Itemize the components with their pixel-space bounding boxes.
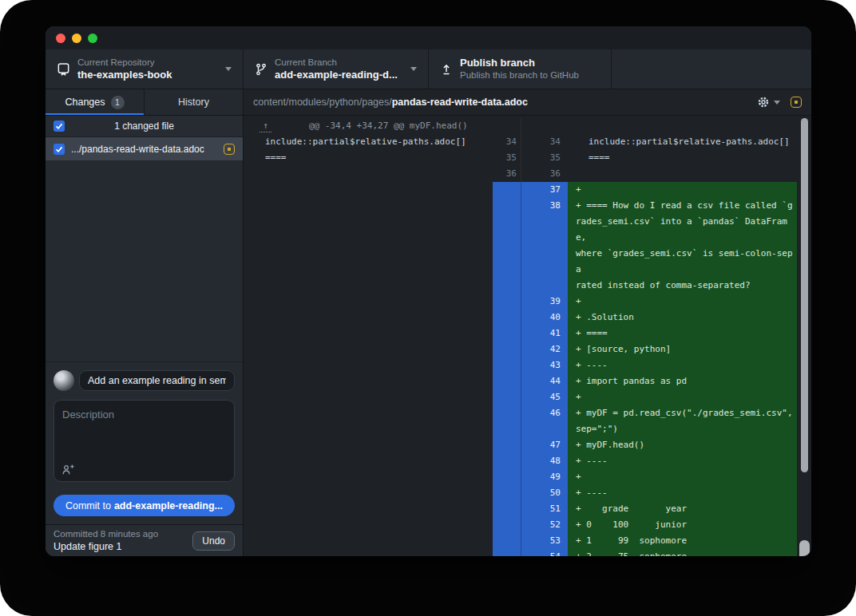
- diff-hunk-header-row: ↑@@ -34,4 +34,27 @@ myDF.head(): [244, 118, 797, 134]
- changed-file-name: .../pandas-read-write-data.adoc: [71, 144, 217, 155]
- old-line-number: [493, 469, 521, 485]
- current-repository-button[interactable]: Current Repository the-examples-book: [46, 49, 244, 89]
- committed-time-text: Committed 8 minutes ago: [54, 528, 158, 540]
- new-line-number: 41: [521, 326, 568, 342]
- new-line-number: 36: [521, 166, 568, 182]
- diff-row-52[interactable]: 52+ 0 100 junior: [244, 517, 797, 533]
- current-branch-button[interactable]: Current Branch add-example-reading-d...: [244, 49, 429, 89]
- changed-file-row[interactable]: .../pandas-read-write-data.adoc: [46, 137, 243, 160]
- diff-row-51[interactable]: 51+ grade year: [244, 501, 797, 517]
- diff-pane: content/modules/python/pages/pandas-read…: [244, 89, 811, 556]
- diff-row-53[interactable]: 53+ 1 99 sophomore: [244, 533, 797, 549]
- diff-row-40[interactable]: 40+ .Solution: [244, 310, 797, 326]
- toolbar: Current Repository the-examples-book Cur…: [46, 49, 811, 89]
- diff-row-44[interactable]: 44+ import pandas as pd: [244, 373, 797, 389]
- description-placeholder: Description: [62, 409, 114, 421]
- close-window-button[interactable]: [56, 34, 65, 43]
- chevron-down-icon: [774, 101, 780, 105]
- new-line-number: 44: [521, 373, 568, 389]
- diff-row-34: include::partial$relative-paths.adoc[]34…: [244, 134, 797, 150]
- new-line-number: 53: [521, 533, 568, 549]
- old-line-number: [493, 549, 521, 556]
- new-line-number: 43: [521, 357, 568, 373]
- branch-icon: [255, 63, 268, 76]
- diff-options-button[interactable]: [757, 96, 780, 109]
- old-line-number: [493, 501, 521, 517]
- publish-branch-subtitle: Publish this branch to GitHub: [460, 69, 579, 81]
- publish-branch-button[interactable]: Publish branch Publish this branch to Gi…: [429, 49, 612, 89]
- new-line-number: 51: [521, 501, 568, 517]
- changes-sidebar: Changes 1 History 1 changed file: [46, 89, 244, 556]
- branch-name: add-example-reading-d...: [275, 69, 398, 81]
- file-checkbox[interactable]: [54, 144, 65, 155]
- zoom-window-button[interactable]: [88, 34, 97, 43]
- diff-row-54[interactable]: 54+ 2 75 sophomore: [244, 549, 797, 556]
- diff-scrollbar-thumb[interactable]: [801, 118, 808, 472]
- old-line-number: [493, 453, 521, 469]
- diff-row-47[interactable]: 47+ myDF.head(): [244, 437, 797, 453]
- commit-summary-input[interactable]: [79, 370, 235, 391]
- diff-row-43[interactable]: 43+ ----: [244, 357, 797, 373]
- old-line-number: 36: [493, 166, 521, 182]
- new-line-number: 47: [521, 437, 568, 453]
- diff-scrollbar-corner: [799, 540, 810, 556]
- diff-row-38[interactable]: 38+ ==== How do I read a csv file called…: [244, 198, 797, 294]
- new-line-number: 40: [521, 310, 568, 326]
- user-avatar: [54, 370, 74, 391]
- select-all-checkbox[interactable]: [54, 120, 65, 132]
- diff-row-45[interactable]: 45+: [244, 389, 797, 405]
- desktop-background: Current Repository the-examples-book Cur…: [0, 0, 856, 616]
- new-line-number: 38: [521, 198, 568, 294]
- diff-body: ↑@@ -34,4 +34,27 @@ myDF.head()include::…: [244, 116, 811, 556]
- sidebar-empty-area: [46, 160, 243, 361]
- new-line-number: 39: [521, 294, 568, 310]
- old-line-number: 35: [493, 150, 521, 166]
- diff-row-49[interactable]: 49+: [244, 469, 797, 485]
- diff-row-42[interactable]: 42+ [source, python]: [244, 342, 797, 357]
- old-line-number: [493, 118, 521, 134]
- commit-button[interactable]: Commit to add-example-reading...: [54, 495, 235, 516]
- modified-file-icon: [224, 144, 235, 155]
- repository-icon: [57, 62, 70, 76]
- tab-changes[interactable]: Changes 1: [46, 89, 145, 115]
- changes-count-badge: 1: [111, 96, 125, 109]
- diff-scrollbar-track[interactable]: [797, 116, 811, 556]
- diff-row-46[interactable]: 46+ myDF = pd.read_csv("./grades_semi.cs…: [244, 405, 797, 437]
- hunk-header-text: @@ -34,4 +34,27 @@ myDF.head(): [244, 120, 468, 131]
- diff-row-50[interactable]: 50+ ----: [244, 485, 797, 501]
- new-line-number: 52: [521, 517, 568, 533]
- commit-description-field[interactable]: Description: [54, 400, 235, 482]
- publish-upload-icon: [440, 63, 453, 76]
- tab-history[interactable]: History: [145, 89, 243, 115]
- sidebar-tab-bar: Changes 1 History: [46, 89, 243, 116]
- new-line-number: 35: [521, 150, 568, 166]
- diff-row-35: ====3535====: [244, 150, 797, 166]
- new-line-number: 42: [521, 342, 568, 357]
- chevron-down-icon: [410, 67, 417, 71]
- undo-commit-bar: Committed 8 minutes ago Update figure 1 …: [46, 524, 243, 556]
- file-path-prefix: content/modules/python/pages/: [253, 97, 392, 108]
- old-line-number: [493, 485, 521, 501]
- undo-button[interactable]: Undo: [192, 531, 235, 551]
- publish-branch-title: Publish branch: [460, 57, 579, 69]
- github-desktop-window: Current Repository the-examples-book Cur…: [46, 26, 811, 556]
- hunk-expand-icon[interactable]: ↑: [260, 120, 271, 132]
- diff-row-37[interactable]: 37+: [244, 182, 797, 198]
- old-line-number: [493, 198, 521, 294]
- new-line-number: 37: [521, 182, 568, 198]
- repository-label: Current Repository: [77, 57, 172, 68]
- new-line-number: 49: [521, 469, 568, 485]
- new-line-number: 45: [521, 389, 568, 405]
- last-commit-message: Update figure 1: [54, 540, 158, 553]
- add-coauthor-icon[interactable]: [61, 464, 75, 476]
- old-line-number: [493, 405, 521, 437]
- old-line-number: [493, 357, 521, 373]
- commit-button-prefix: Commit to: [65, 500, 111, 511]
- tab-changes-label: Changes: [65, 97, 105, 108]
- minimize-window-button[interactable]: [72, 34, 81, 43]
- old-line-number: [493, 294, 521, 310]
- chevron-down-icon: [225, 67, 232, 71]
- diff-row-41[interactable]: 41+ ====: [244, 326, 797, 342]
- diff-row-39[interactable]: 39+: [244, 294, 797, 310]
- diff-row-48[interactable]: 48+ ----: [244, 453, 797, 469]
